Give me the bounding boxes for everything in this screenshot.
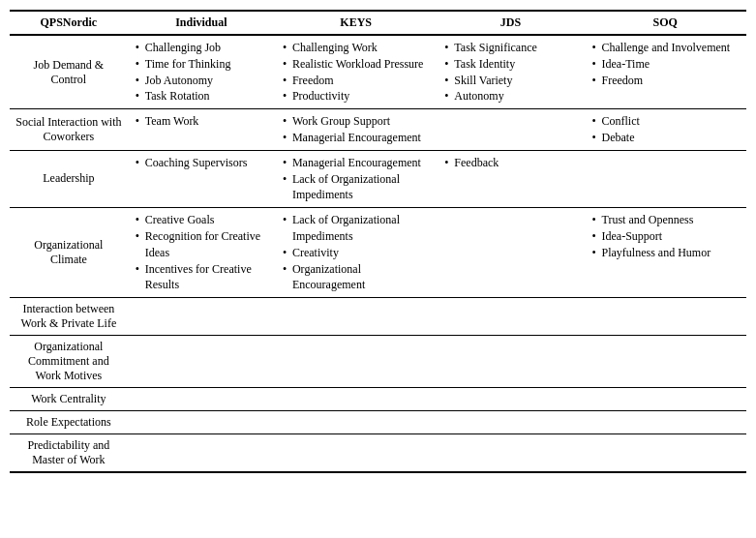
list-item: Task Significance: [442, 40, 578, 56]
table-row: Job Demand & ControlChallenging JobTime …: [10, 35, 746, 109]
list-item: Lack of Organizational Impediments: [281, 212, 431, 245]
list-item: Freedom: [281, 73, 431, 89]
keys-cell: Lack of Organizational ImpedimentsCreati…: [275, 208, 437, 298]
list-item: Idea-Time: [590, 56, 741, 73]
keys-cell: [275, 336, 437, 388]
individual-cell: Coaching Supervisors: [128, 150, 275, 207]
keys-cell: [275, 411, 437, 434]
list-item: Coaching Supervisors: [134, 155, 269, 171]
soq-cell: [585, 336, 746, 388]
keys-cell: [275, 298, 437, 336]
individual-cell: Challenging JobTime for ThinkingJob Auto…: [128, 35, 275, 109]
keys-cell: Managerial EncouragementLack of Organiza…: [275, 150, 437, 207]
table-row: Organizational Commitment and Work Motiv…: [10, 336, 746, 388]
jds-cell: [437, 411, 584, 434]
soq-cell: [585, 298, 746, 336]
jds-cell: Task SignificanceTask IdentitySkill Vari…: [437, 35, 584, 109]
list-item: Task Rotation: [134, 88, 269, 105]
jds-cell: [437, 298, 584, 336]
table-row: Interaction between Work & Private Life: [10, 298, 746, 336]
list-item: Incentives for Creative Results: [134, 261, 269, 294]
list-item: Task Identity: [442, 56, 578, 73]
list-item: Job Autonomy: [134, 73, 269, 89]
soq-cell: [585, 434, 746, 473]
comparison-table: QPSNordicIndividualKEYSJDSSOQ Job Demand…: [10, 10, 746, 473]
keys-cell: [275, 388, 437, 411]
list-item: Debate: [590, 130, 741, 146]
jds-cell: Feedback: [437, 150, 584, 207]
list-item: Team Work: [134, 113, 269, 130]
row-label: Social Interaction with Coworkers: [10, 109, 128, 151]
list-item: Feedback: [442, 155, 578, 171]
jds-cell: [437, 434, 584, 473]
list-item: Idea-Support: [590, 228, 741, 245]
row-label: Organizational Commitment and Work Motiv…: [10, 336, 128, 388]
individual-cell: [128, 434, 275, 473]
list-item: Creative Goals: [134, 212, 269, 228]
individual-cell: [128, 298, 275, 336]
row-label: Work Centrality: [10, 388, 128, 411]
list-item: Productivity: [281, 88, 431, 105]
list-item: Conflict: [590, 113, 741, 130]
table-row: Social Interaction with CoworkersTeam Wo…: [10, 109, 746, 151]
list-item: Time for Thinking: [134, 56, 269, 73]
list-item: Playfulness and Humor: [590, 245, 741, 261]
column-header-jds: JDS: [437, 11, 584, 35]
individual-cell: Team Work: [128, 109, 275, 151]
list-item: Work Group Support: [281, 113, 431, 130]
column-header-qpsnordic: QPSNordic: [10, 11, 128, 35]
list-item: Managerial Encouragement: [281, 155, 431, 171]
jds-cell: [437, 388, 584, 411]
row-label: Role Expectations: [10, 411, 128, 434]
soq-cell: [585, 411, 746, 434]
list-item: Trust and Openness: [590, 212, 741, 228]
jds-cell: [437, 109, 584, 151]
list-item: Freedom: [590, 73, 741, 89]
individual-cell: [128, 388, 275, 411]
list-item: Managerial Encouragement: [281, 130, 431, 146]
row-label: Organizational Climate: [10, 208, 128, 298]
table-row: Work Centrality: [10, 388, 746, 411]
table-row: Organizational ClimateCreative GoalsReco…: [10, 208, 746, 298]
list-item: Challenging Job: [134, 40, 269, 56]
column-header-keys: KEYS: [275, 11, 437, 35]
list-item: Challenge and Involvement: [590, 40, 741, 56]
jds-cell: [437, 336, 584, 388]
list-item: Creativity: [281, 245, 431, 261]
column-header-individual: Individual: [128, 11, 275, 35]
list-item: Autonomy: [442, 88, 578, 105]
individual-cell: [128, 336, 275, 388]
soq-cell: [585, 388, 746, 411]
list-item: Skill Variety: [442, 73, 578, 89]
row-label: Leadership: [10, 150, 128, 207]
individual-cell: Creative GoalsRecognition for Creative I…: [128, 208, 275, 298]
row-label: Predictability and Master of Work: [10, 434, 128, 473]
individual-cell: [128, 411, 275, 434]
keys-cell: Work Group SupportManagerial Encourageme…: [275, 109, 437, 151]
soq-cell: [585, 150, 746, 207]
list-item: Lack of Organizational Impediments: [281, 171, 431, 204]
keys-cell: Challenging WorkRealistic Workload Press…: [275, 35, 437, 109]
list-item: Recognition for Creative Ideas: [134, 228, 269, 261]
table-row: LeadershipCoaching SupervisorsManagerial…: [10, 150, 746, 207]
keys-cell: [275, 434, 437, 473]
table-row: Predictability and Master of Work: [10, 434, 746, 473]
column-header-soq: SOQ: [585, 11, 746, 35]
row-label: Interaction between Work & Private Life: [10, 298, 128, 336]
soq-cell: Trust and OpennessIdea-SupportPlayfulnes…: [585, 208, 746, 298]
table-row: Role Expectations: [10, 411, 746, 434]
list-item: Organizational Encouragement: [281, 261, 431, 294]
list-item: Realistic Workload Pressure: [281, 56, 431, 73]
soq-cell: Challenge and InvolvementIdea-TimeFreedo…: [585, 35, 746, 109]
jds-cell: [437, 208, 584, 298]
list-item: Challenging Work: [281, 40, 431, 56]
soq-cell: ConflictDebate: [585, 109, 746, 151]
row-label: Job Demand & Control: [10, 35, 128, 109]
table-header: QPSNordicIndividualKEYSJDSSOQ: [10, 11, 746, 35]
